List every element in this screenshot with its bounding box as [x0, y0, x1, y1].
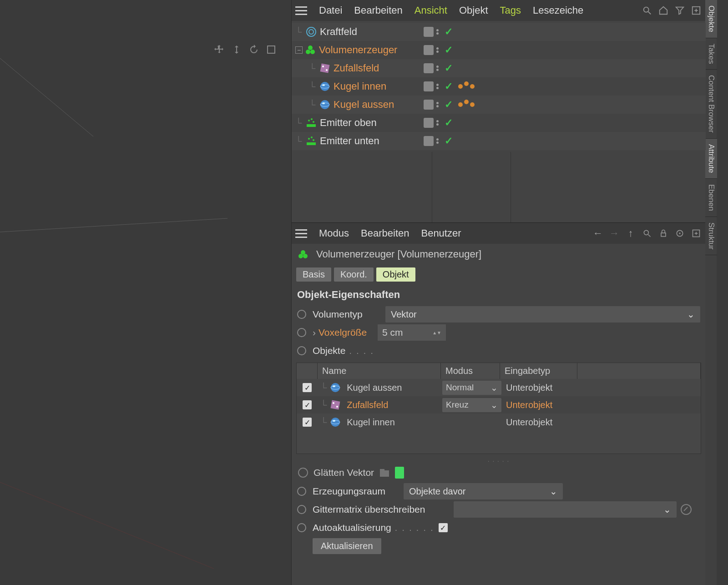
anim-toggle[interactable] [297, 328, 306, 337]
menu-modus[interactable]: Modus [316, 226, 352, 241]
mode-select[interactable]: Normal⌄ [442, 381, 501, 395]
tree-row[interactable]: └Emitter unten✓ [292, 132, 706, 150]
visibility-dots[interactable] [436, 120, 442, 126]
tab-objekt[interactable]: Objekt [376, 267, 415, 282]
enable-check[interactable]: ✓ [445, 117, 453, 129]
tree-label[interactable]: Emitter oben [320, 117, 377, 129]
forward-icon[interactable]: → [608, 227, 620, 239]
enable-check[interactable]: ✓ [445, 81, 453, 92]
layer-toggle[interactable] [424, 81, 434, 91]
visibility-dots[interactable] [436, 47, 442, 53]
tree-label[interactable]: Kraftfeld [320, 26, 357, 38]
enable-check[interactable]: ✓ [445, 62, 453, 74]
layer-toggle[interactable] [424, 118, 434, 128]
layer-toggle[interactable] [424, 136, 434, 146]
rotate-icon[interactable] [248, 43, 260, 56]
frame-icon[interactable] [265, 43, 278, 56]
tree-label[interactable]: Kugel innen [334, 81, 386, 92]
visibility-dots[interactable] [436, 138, 442, 144]
side-tab-ebenen[interactable]: Ebenen [705, 179, 717, 217]
lock-icon[interactable] [657, 227, 669, 239]
menu-bearbeiten[interactable]: Bearbeiten [358, 226, 412, 241]
checkbox-auto[interactable]: ✓ [439, 523, 448, 532]
expand-icon[interactable]: › [313, 327, 316, 338]
hamburger-icon[interactable] [295, 6, 307, 15]
move-icon[interactable] [213, 43, 226, 56]
select-volumentyp[interactable]: Vektor⌄ [385, 306, 700, 323]
th-name[interactable]: Name [318, 363, 441, 379]
up-icon[interactable]: ↑ [625, 227, 637, 239]
side-tab-objekte[interactable]: Objekte [705, 0, 717, 38]
updown-icon[interactable] [230, 43, 243, 56]
menu-ansicht[interactable]: Ansicht [412, 3, 450, 18]
row-checkbox[interactable]: ✓ [303, 418, 312, 427]
menu-benutzer[interactable]: Benutzer [418, 226, 464, 241]
anim-toggle[interactable] [297, 310, 306, 319]
menu-tags[interactable]: Tags [497, 3, 524, 18]
spinner-icon[interactable]: ▲▼ [432, 330, 441, 335]
menu-datei[interactable]: Datei [316, 3, 345, 18]
layer-toggle[interactable] [424, 100, 434, 110]
table-row[interactable]: ✓ └Kugel aussen Normal⌄ Unterobjekt [297, 379, 701, 396]
back-icon[interactable]: ← [592, 227, 604, 239]
anim-toggle[interactable] [297, 346, 306, 355]
tab-koord[interactable]: Koord. [334, 267, 374, 282]
side-tab-attribute[interactable]: Attribute [705, 139, 717, 179]
table-drop-area[interactable] [297, 431, 701, 454]
tag-icon[interactable] [458, 84, 475, 89]
visibility-dots[interactable] [436, 66, 442, 71]
menu-lesezeiche[interactable]: Lesezeiche [530, 3, 586, 18]
visibility-dots[interactable] [436, 102, 442, 107]
tree-label[interactable]: Emitter unten [320, 135, 379, 147]
smooth-icon[interactable] [297, 467, 309, 479]
anim-toggle[interactable] [297, 487, 306, 496]
tab-basis[interactable]: Basis [296, 267, 331, 282]
add-panel-icon[interactable] [690, 5, 702, 16]
tree-row[interactable]: └Zufallsfeld✓ [292, 59, 706, 77]
table-row[interactable]: ✓ └Zufallsfeld Kreuz⌄ Unterobjekt [297, 396, 701, 414]
tree-row[interactable]: −Volumenerzeuger✓ [292, 41, 706, 59]
th-mode[interactable]: Modus [441, 363, 500, 379]
tree-row[interactable]: └Kraftfeld✓ [292, 23, 706, 41]
input-gitter[interactable]: ⌄ [454, 501, 677, 518]
layer-icon[interactable] [395, 467, 404, 479]
tree-row[interactable]: └Emitter oben✓ [292, 114, 706, 132]
enable-check[interactable]: ✓ [445, 26, 453, 38]
menu-bearbeiten[interactable]: Bearbeiten [351, 3, 405, 18]
row-checkbox[interactable]: ✓ [303, 383, 312, 392]
tree-label[interactable]: Volumenerzeuger [319, 44, 397, 56]
th-input[interactable]: Eingabetyp [500, 363, 577, 379]
viewport[interactable] [0, 0, 291, 585]
layer-toggle[interactable] [424, 45, 434, 55]
collapse-icon[interactable]: − [295, 46, 303, 54]
anim-toggle[interactable] [297, 523, 306, 532]
visibility-dots[interactable] [436, 84, 442, 89]
menu-objekt[interactable]: Objekt [456, 3, 491, 18]
tree-row[interactable]: └Kugel innen✓ [292, 77, 706, 96]
side-tab-takes[interactable]: Takes [705, 38, 717, 70]
enable-check[interactable]: ✓ [445, 99, 453, 111]
tree-label[interactable]: Kugel aussen [334, 99, 394, 111]
hamburger-icon[interactable] [295, 229, 307, 238]
home-icon[interactable] [657, 5, 669, 16]
target-icon[interactable] [674, 227, 686, 239]
search-icon[interactable] [641, 227, 653, 239]
enable-check[interactable]: ✓ [445, 44, 453, 56]
aktualisieren-button[interactable]: Aktualisieren [313, 538, 381, 554]
picker-icon[interactable] [680, 504, 692, 515]
table-row[interactable]: ✓ └Kugel innen Unterobjekt [297, 414, 701, 431]
row-checkbox[interactable]: ✓ [303, 400, 312, 409]
visibility-dots[interactable] [436, 29, 442, 35]
add-panel-icon[interactable] [690, 227, 702, 239]
tree-empty-area[interactable] [292, 152, 706, 222]
tree-label[interactable]: Zufallsfeld [334, 62, 379, 74]
tag-icon[interactable] [458, 102, 475, 107]
tree-row[interactable]: └Kugel aussen✓ [292, 96, 706, 114]
input-voxel[interactable]: 5 cm▲▼ [378, 324, 446, 341]
search-icon[interactable] [641, 5, 653, 16]
mode-select[interactable]: Kreuz⌄ [442, 398, 501, 412]
layer-toggle[interactable] [424, 27, 434, 37]
folder-add-icon[interactable] [379, 467, 390, 479]
side-tab-struktur[interactable]: Struktur [705, 217, 717, 256]
filter-icon[interactable] [674, 5, 686, 16]
